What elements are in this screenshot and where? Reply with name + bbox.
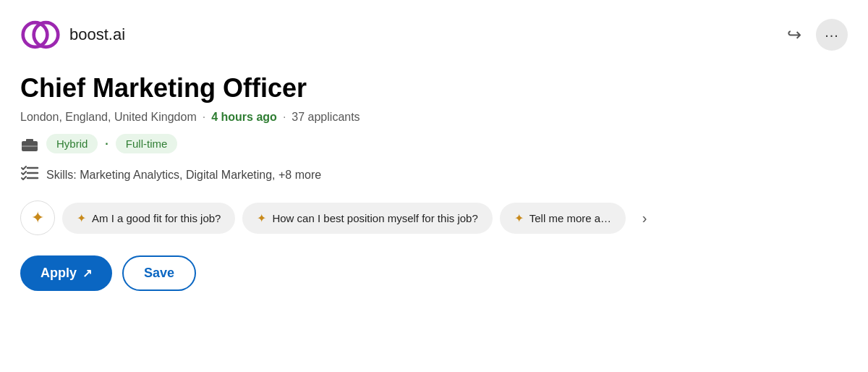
prompts-chevron[interactable]: › xyxy=(633,206,656,229)
prompts-row: ✦ ✦ Am I a good fit for this job? ✦ How … xyxy=(20,200,848,235)
prompt-pill-3[interactable]: ✦ Tell me more a… xyxy=(500,203,626,234)
prompt-star-2: ✦ xyxy=(257,211,266,225)
apply-button[interactable]: Apply ↗ xyxy=(20,255,112,291)
svg-rect-3 xyxy=(26,139,33,142)
save-label: Save xyxy=(144,266,174,280)
meta-separator-1: · xyxy=(203,111,205,124)
skills-text: Skills: Marketing Analytics, Digital Mar… xyxy=(46,169,321,182)
prompt-label-3: Tell me more a… xyxy=(529,212,611,224)
prompt-pill-1[interactable]: ✦ Am I a good fit for this job? xyxy=(62,203,235,234)
time-posted: 4 hours ago xyxy=(211,111,277,124)
tag-fulltime: Full-time xyxy=(116,134,178,153)
prompt-star-3: ✦ xyxy=(514,211,524,225)
briefcase-icon xyxy=(20,136,39,152)
job-location: London, England, United Kingdom xyxy=(20,111,197,124)
header: boost.ai ↪ ··· xyxy=(20,14,848,55)
applicants-count: 37 applicants xyxy=(292,111,359,124)
more-button[interactable]: ··· xyxy=(816,19,848,51)
action-row: Apply ↗ Save xyxy=(20,255,848,291)
svg-rect-4 xyxy=(22,145,38,147)
more-icon: ··· xyxy=(825,27,839,43)
apply-label: Apply xyxy=(41,266,77,281)
page-container: boost.ai ↪ ··· Chief Marketing Officer L… xyxy=(0,0,868,311)
tag-separator: · xyxy=(105,138,108,151)
skills-row: Skills: Marketing Analytics, Digital Mar… xyxy=(20,165,848,185)
prompt-label-1: Am I a good fit for this job? xyxy=(92,212,221,224)
ai-star-icon: ✦ xyxy=(31,208,44,227)
share-button[interactable]: ↪ xyxy=(781,19,807,51)
save-button[interactable]: Save xyxy=(122,255,196,291)
prompt-star-1: ✦ xyxy=(77,211,86,225)
brand-name: boost.ai xyxy=(69,25,125,44)
share-icon: ↪ xyxy=(787,25,801,45)
meta-separator-2: · xyxy=(283,111,286,124)
tag-hybrid: Hybrid xyxy=(46,134,98,153)
prompt-label-2: How can I best position myself for this … xyxy=(272,212,477,224)
brand: boost.ai xyxy=(20,14,125,55)
brand-logo xyxy=(20,14,61,55)
checklist-icon xyxy=(20,165,39,185)
job-meta-row: London, England, United Kingdom · 4 hour… xyxy=(20,111,848,124)
header-actions: ↪ ··· xyxy=(781,19,848,51)
job-title: Chief Marketing Officer xyxy=(20,72,848,103)
external-link-icon: ↗ xyxy=(82,266,92,280)
tags-row: Hybrid · Full-time xyxy=(20,134,848,153)
prompt-pill-2[interactable]: ✦ How can I best position myself for thi… xyxy=(242,203,492,234)
ai-star-button[interactable]: ✦ xyxy=(20,200,55,235)
